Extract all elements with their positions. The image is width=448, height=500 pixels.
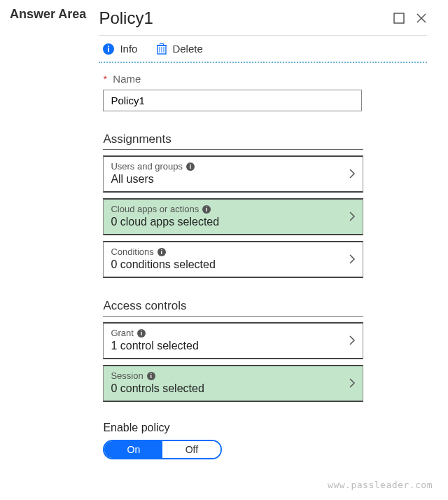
info-icon bbox=[103, 43, 114, 55]
toggle-off[interactable]: Off bbox=[162, 441, 220, 458]
info-dot-icon: i bbox=[186, 162, 195, 171]
users-groups-label: Users and groups bbox=[111, 161, 183, 172]
chevron-right-icon bbox=[349, 377, 356, 389]
session-value: 0 controls selected bbox=[111, 382, 349, 395]
info-dot-icon: i bbox=[158, 248, 166, 256]
info-dot-icon: i bbox=[147, 372, 155, 380]
delete-label: Delete bbox=[172, 43, 202, 55]
chevron-right-icon bbox=[349, 335, 356, 346]
toggle-on[interactable]: On bbox=[104, 441, 162, 458]
info-dot-icon: i bbox=[137, 329, 146, 338]
maximize-icon[interactable] bbox=[393, 13, 405, 24]
assignments-heading: Assignments bbox=[103, 132, 363, 150]
chevron-right-icon bbox=[349, 168, 356, 179]
users-groups-value: All users bbox=[111, 173, 349, 186]
session-row[interactable]: Sessioni 0 controls selected bbox=[103, 365, 363, 402]
chevron-right-icon bbox=[349, 211, 356, 222]
answer-area-label: Answer Area bbox=[0, 0, 92, 22]
page-title: Policy1 bbox=[99, 8, 382, 28]
enable-policy-toggle[interactable]: On Off bbox=[103, 440, 222, 459]
delete-button[interactable]: Delete bbox=[157, 43, 202, 55]
name-field-block: * Name bbox=[99, 63, 427, 111]
cloud-apps-label: Cloud apps or actions bbox=[111, 204, 199, 214]
policy-panel: Policy1 Info Delete * Name Assignments U… bbox=[92, 0, 448, 466]
info-label: Info bbox=[120, 43, 137, 55]
conditions-row[interactable]: Conditionsi 0 conditions selected bbox=[103, 241, 363, 278]
grant-label: Grant bbox=[111, 328, 134, 338]
close-icon[interactable] bbox=[416, 13, 427, 24]
cloud-apps-value: 0 cloud apps selected bbox=[111, 216, 349, 228]
grant-row[interactable]: Granti 1 control selected bbox=[103, 322, 363, 359]
trash-icon bbox=[157, 43, 167, 55]
enable-policy-block: Enable policy On Off bbox=[103, 422, 427, 459]
required-star: * bbox=[103, 74, 106, 85]
cloud-apps-row[interactable]: Cloud apps or actionsi 0 cloud apps sele… bbox=[103, 198, 363, 235]
grant-value: 1 control selected bbox=[111, 340, 349, 352]
svg-rect-0 bbox=[394, 13, 404, 23]
conditions-value: 0 conditions selected bbox=[111, 258, 349, 271]
access-controls-heading: Access controls bbox=[103, 299, 363, 317]
chevron-right-icon bbox=[349, 254, 356, 265]
enable-policy-label: Enable policy bbox=[103, 422, 427, 434]
name-label: Name bbox=[113, 73, 141, 85]
svg-rect-11 bbox=[160, 43, 164, 45]
watermark: www.passleader.com bbox=[328, 480, 433, 490]
toolbar: Info Delete bbox=[99, 35, 427, 63]
session-label: Session bbox=[111, 370, 143, 381]
svg-rect-5 bbox=[108, 46, 109, 47]
name-input[interactable] bbox=[103, 90, 362, 111]
conditions-label: Conditions bbox=[111, 246, 153, 257]
info-dot-icon: i bbox=[202, 205, 211, 214]
users-groups-row[interactable]: Users and groupsi All users bbox=[103, 155, 363, 193]
svg-rect-4 bbox=[108, 48, 109, 52]
info-button[interactable]: Info bbox=[103, 43, 137, 55]
